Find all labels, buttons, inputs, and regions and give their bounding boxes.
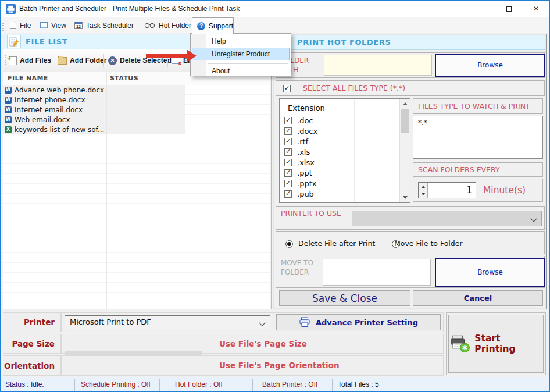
extension-checkbox[interactable] [284,190,292,198]
add-file-icon [9,56,17,65]
extension-scrollbar[interactable] [399,99,410,202]
extension-row[interactable]: .ppt [280,168,399,178]
print-hot-folders-panel: PRINT HOT FOLDERS FOLDER PATH Browse SEL… [273,34,547,309]
extension-row[interactable]: .rtf [280,136,399,147]
file-name: Internet phone.docx [15,96,85,104]
file-list-row[interactable]: WInternet email.docx [3,105,185,115]
spinner-up-icon[interactable] [419,183,428,191]
select-all-group: SELECT ALL FILES TYPE (*.*) [276,80,545,96]
toolbar-gripper [2,20,4,31]
file-menu-icon [10,22,16,29]
advance-printer-setting-label: Advance Printer Setting [316,318,418,327]
spinner-down-icon[interactable] [419,190,428,198]
menu-view[interactable]: View [38,17,69,33]
menu-support[interactable]: ? Support [192,17,234,34]
menu-support-label: Support [209,22,233,30]
add-files-label: Add Files [20,56,51,65]
scrollbar-thumb[interactable] [401,109,409,133]
extension-list[interactable]: Extension .doc.docx.rtf.xls.xlsx.ppt.ppt… [279,98,410,203]
scan-label-box: SCAN FOLDERS EVERY [413,162,543,177]
extension-checkbox[interactable] [284,117,292,124]
extension-row[interactable]: .docx [280,126,399,136]
maximize-button[interactable] [495,1,522,17]
delete-after-print-radio[interactable] [285,240,293,248]
menu-separator [208,63,288,64]
scroll-down-icon[interactable] [400,193,410,202]
svg-text:✱: ✱ [462,344,468,352]
menu-task-scheduler[interactable]: 12 Task Scheduler [72,17,136,33]
extension-row[interactable]: .doc [280,115,399,126]
advance-printer-setting-button[interactable]: Advance Printer Setting [276,314,441,330]
extension-row[interactable]: .xlsx [280,157,399,168]
status-schedule-printing: Schedule Printing : Off [81,377,151,392]
add-folder-icon [58,57,67,65]
window-title: Batch Printer and Scheduler - Print Mult… [19,1,240,17]
use-page-size-label[interactable]: Use File's Page Size [219,334,307,354]
status-bar: Status : Idle. Schedule Printing : Off H… [1,377,549,391]
toolbar-separator [103,54,104,67]
extension-row[interactable]: .pptx [280,178,399,188]
extension-checkbox[interactable] [284,148,292,156]
scan-folders-label: SCAN FOLDERS EVERY [418,163,500,177]
close-button[interactable]: ✕ [523,1,549,17]
folder-path-browse-button[interactable]: Browse [435,54,545,77]
menu-file[interactable]: File [8,17,33,33]
start-printing-button[interactable]: ✱ Start Printing [448,315,544,373]
menu-item-unregister-product[interactable]: Unregister Product [191,48,291,60]
word-file-icon: W [5,106,12,113]
scan-interval-group: 1 Minute(s) [413,179,543,202]
extension-label: .pptx [297,179,316,188]
use-orientation-label[interactable]: Use File's Page Orientation [219,355,340,376]
move-to-folder-radio-label[interactable]: Move File to Folder [394,232,463,255]
files-type-input[interactable]: *.* [413,116,543,159]
extension-row[interactable]: .xls [280,147,399,157]
extension-column-header[interactable]: Extension [288,101,325,115]
toolbar-separator [53,54,53,67]
file-list-row[interactable]: Xkeywords list of new sof... [3,124,185,134]
move-to-folder-input[interactable] [323,259,431,286]
scan-interval-spinner[interactable]: 1 [418,182,476,198]
save-close-label: Save & Close [312,293,377,304]
status-divider [74,379,75,391]
arrow-head [187,49,197,62]
extension-checkbox[interactable] [284,180,292,187]
scroll-up-icon[interactable] [400,99,410,109]
select-all-checkbox[interactable] [283,85,291,92]
start-printing-label: Start Printing [474,333,543,354]
column-divider [106,72,107,309]
file-list-row[interactable]: WInternet phone.docx [3,95,185,105]
folder-path-input[interactable] [324,55,432,76]
file-list[interactable]: WAdvance web phone.docxWInternet phone.d… [3,85,270,309]
move-to-folder-browse-button[interactable]: Browse [435,258,545,287]
close-icon: ✕ [533,1,539,17]
file-list-row[interactable]: WWeb email.docx [3,115,185,124]
support-dropdown-menu: Help Unregister Product About [190,33,291,76]
menu-file-label: File [20,22,31,30]
calendar-icon: 12 [74,22,83,29]
save-close-button[interactable]: Save & Close [279,290,410,306]
extension-checkbox[interactable] [284,138,292,145]
extension-row[interactable]: .pub [280,188,399,199]
add-files-button[interactable]: Add Files [9,49,51,72]
toolbar-gripper [5,55,6,66]
extension-checkbox[interactable] [284,127,292,135]
orientation-row-label: Orientation [3,355,61,376]
column-file-name[interactable]: FILE NAME [8,72,48,85]
printer-select[interactable]: Microsoft Print to PDF [65,315,270,329]
excel-file-icon: X [5,126,12,133]
delete-after-print-label[interactable]: Delete File after Print [298,232,375,255]
menu-item-help[interactable]: Help [191,35,291,48]
minimize-button[interactable] [465,1,492,17]
extension-checkbox[interactable] [284,159,292,166]
files-type-label: FILES TYPE TO WATCH & PRINT [418,99,530,114]
file-list-row[interactable]: WAdvance web phone.docx [3,85,185,95]
menu-item-about[interactable]: About [191,65,291,77]
column-divider [185,72,185,309]
cancel-button[interactable]: Cancel [413,290,543,306]
menu-hot-folder[interactable]: Hot Folder [142,17,194,33]
column-status[interactable]: STATUS [110,72,138,85]
printer-to-use-select[interactable] [352,211,542,226]
add-folder-button[interactable]: Add Folder [58,49,106,72]
browse-label: Browse [477,268,503,276]
extension-checkbox[interactable] [284,169,292,177]
